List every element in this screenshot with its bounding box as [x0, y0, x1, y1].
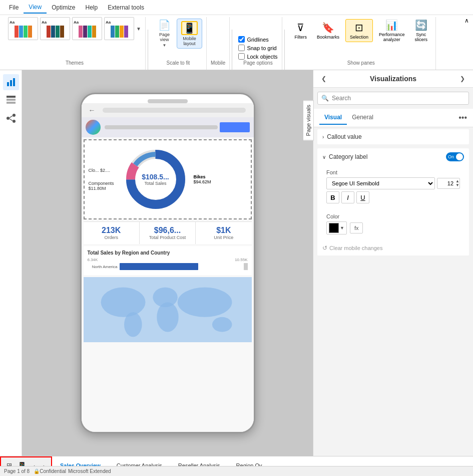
toggle-on[interactable]: On: [446, 152, 464, 161]
category-toggle[interactable]: On: [446, 152, 464, 161]
clear-mobile-changes-btn[interactable]: ↺ Clear mobile changes: [317, 241, 469, 256]
logo: [86, 120, 101, 135]
donut-center: $108.5... Total Sales: [142, 173, 169, 186]
tab-more-btn[interactable]: •••: [458, 113, 467, 122]
page-view-dropdown[interactable]: ▼: [162, 43, 166, 48]
theme-4[interactable]: Aa: [104, 17, 134, 40]
tab-visual[interactable]: Visual: [319, 111, 347, 125]
bold-button[interactable]: B: [326, 191, 339, 203]
performance-label: Performanceanalyzer: [379, 32, 405, 42]
donut-value: $108.5...: [142, 173, 169, 181]
menu-file[interactable]: File: [4, 2, 24, 13]
bookmarks-label: Bookmarks: [317, 35, 339, 40]
selection-button[interactable]: ⊡ Selection: [345, 19, 373, 42]
category-header[interactable]: ∨ Category label On: [317, 148, 469, 165]
menu-view[interactable]: View: [24, 2, 47, 14]
page-options-group: Gridlines Snap to grid Lock objects Page…: [234, 17, 282, 70]
svg-point-19: [177, 288, 232, 317]
collapse-ribbon-btn[interactable]: ∧: [464, 17, 469, 24]
toggle-on-label: On: [448, 154, 454, 159]
svg-rect-2: [13, 78, 15, 86]
menu-optimize[interactable]: Optimize: [47, 2, 80, 13]
callout-header[interactable]: › Callout value: [317, 129, 469, 144]
page-options-label: Page options: [243, 60, 272, 66]
search-box: 🔍: [317, 92, 469, 105]
snap-to-grid-checkbox[interactable]: Snap to grid: [238, 44, 277, 52]
kpi-cost-value: $96,6...: [144, 226, 191, 235]
theme-3[interactable]: Aa: [72, 17, 102, 40]
status-bar: Page 1 of 8 🔒 Confidential Microsoft Ext…: [0, 466, 473, 476]
lock-objects-checkbox[interactable]: Lock objects: [238, 53, 277, 60]
bar-label-na: North America: [88, 265, 118, 269]
menu-help[interactable]: Help: [80, 2, 103, 13]
selection-icon: ⊡: [355, 22, 363, 34]
sep1: [148, 30, 148, 70]
filters-button[interactable]: ⊽ Filters: [291, 20, 311, 42]
show-panes-label: Show panes: [347, 60, 375, 66]
donut-chart: $108.5... Total Sales: [121, 144, 191, 214]
svg-rect-4: [7, 99, 16, 101]
font-style-row: B I U: [326, 191, 460, 203]
svg-rect-0: [7, 82, 9, 86]
theme-2[interactable]: Aa: [40, 17, 70, 40]
page-view-label: Pageview: [159, 32, 170, 42]
svg-point-7: [13, 114, 16, 117]
status-lock-icon: 🔒: [34, 468, 40, 474]
kpi-price-value: $1K: [200, 226, 247, 235]
page-view-icon: 📄: [158, 19, 171, 31]
filters-label: Filters: [295, 35, 307, 40]
category-label: Category label: [329, 153, 367, 160]
fx-button[interactable]: fx: [350, 222, 363, 233]
bookmarks-button[interactable]: 🔖 Bookmarks: [313, 20, 343, 42]
donut-section[interactable]: Clo... $2.... Components $11.80M: [84, 139, 252, 219]
themes-dropdown[interactable]: ▼: [136, 26, 141, 32]
menu-external-tools[interactable]: External tools: [103, 2, 149, 13]
bookmarks-icon: 🔖: [322, 22, 334, 34]
expand-right-btn[interactable]: ❯: [458, 74, 467, 83]
italic-button[interactable]: I: [341, 191, 354, 203]
sidebar-table-icon[interactable]: [3, 92, 19, 108]
donut-legend: Bikes $94.62M: [194, 174, 211, 184]
search-input[interactable]: [317, 92, 469, 105]
gridlines-label: Gridlines: [247, 37, 268, 43]
header-accent: [220, 122, 250, 132]
sidebar-model-icon[interactable]: [3, 110, 19, 126]
page-view-button[interactable]: 📄 Pageview ▼: [154, 17, 175, 50]
mobile-layout-button[interactable]: 📱 Mobilelayout: [177, 19, 202, 49]
color-dropdown-arrow-icon: ▼: [340, 225, 344, 230]
svg-rect-1: [10, 80, 12, 86]
sep3: [284, 30, 285, 70]
callout-accordion: › Callout value: [317, 129, 469, 144]
mobile-group: Mobile: [207, 17, 230, 70]
performance-icon: 📊: [385, 19, 398, 31]
font-size-input[interactable]: [437, 178, 455, 188]
ribbon: Aa Aa Aa: [0, 15, 473, 70]
performance-analyzer-button[interactable]: 📊 Performanceanalyzer: [375, 17, 409, 44]
phone-back-btn[interactable]: ←: [86, 105, 99, 115]
svg-line-10: [10, 119, 13, 121]
collapse-left-btn[interactable]: ❮: [319, 74, 328, 83]
map-svg: [84, 277, 252, 342]
color-picker-btn[interactable]: ▼: [326, 221, 347, 234]
gridlines-checkbox[interactable]: Gridlines: [238, 36, 277, 43]
category-accordion: ∨ Category label On Font Segoe UI Semibo…: [317, 148, 469, 256]
mobile-layout-icon: 📱: [181, 21, 198, 35]
theme-1[interactable]: Aa: [8, 17, 38, 40]
phone-mockup: ← Clo... $2.... Components $11.80M: [80, 93, 255, 433]
underline-button[interactable]: U: [356, 191, 369, 203]
right-panel: ❮ Visualizations ❯ 🔍 Visual General ••• …: [313, 70, 473, 456]
sidebar-chart-icon[interactable]: [3, 74, 19, 90]
kpi-orders-label: Orders: [88, 235, 135, 240]
phone-content: ← Clo... $2.... Components $11.80M: [82, 103, 254, 432]
sync-slicers-button[interactable]: 🔄 Syncslicers: [411, 17, 432, 44]
font-size-down[interactable]: ▼: [455, 183, 459, 187]
bar-axis: 6.34K 10.55K: [88, 258, 248, 262]
phone-progress-bar: [103, 108, 246, 113]
font-size-arrows: ▲ ▼: [455, 179, 459, 187]
bar-resize-handle[interactable]: [244, 263, 248, 270]
page-visuals-tab[interactable]: Page visuals: [303, 100, 314, 140]
selection-label: Selection: [350, 35, 368, 40]
font-family-select[interactable]: Segoe UI Semibold: [326, 177, 435, 189]
status-confidential: Confidential: [40, 468, 66, 474]
tab-general[interactable]: General: [347, 111, 378, 125]
